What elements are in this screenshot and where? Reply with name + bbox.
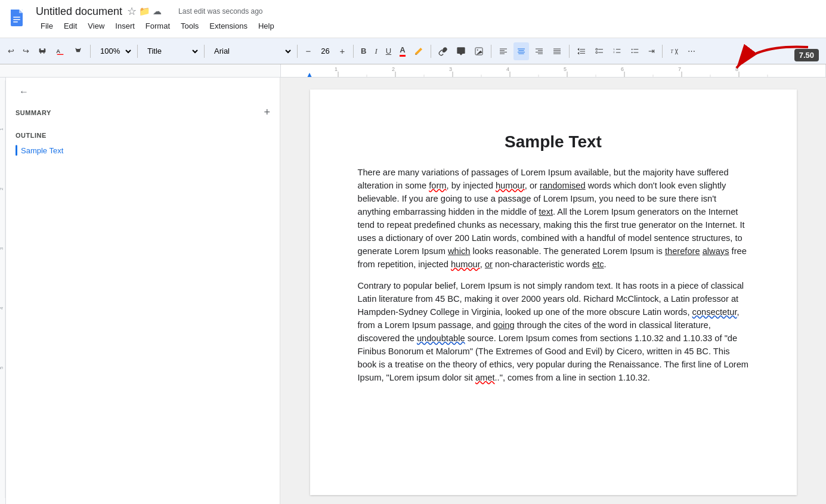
highlight-button[interactable]	[411, 42, 426, 60]
clear-format-button[interactable]: T	[667, 42, 682, 60]
star-icon[interactable]: ☆	[127, 5, 137, 18]
svg-text:5: 5	[564, 66, 567, 72]
main-layout: 1 2 3 4 5 ← SUMMARY + OUTLINE Sample Tex…	[0, 78, 826, 504]
separator-6	[431, 45, 431, 58]
menu-edit[interactable]: Edit	[59, 19, 82, 33]
undo-button[interactable]: ↩	[5, 42, 17, 60]
svg-text:4: 4	[506, 66, 509, 72]
svg-rect-31	[596, 48, 598, 50]
svg-text:T: T	[670, 48, 673, 54]
align-full-button[interactable]	[549, 42, 565, 60]
image-button[interactable]	[471, 42, 487, 60]
word-form: form	[429, 181, 446, 190]
svg-text:1: 1	[0, 128, 4, 131]
align-center-button[interactable]	[513, 42, 529, 60]
svg-marker-72	[307, 73, 312, 78]
spellcheck-button[interactable]: A	[52, 42, 68, 60]
summary-section: SUMMARY +	[16, 106, 270, 122]
indent-button[interactable]: ⇥	[645, 42, 658, 60]
checklist-button[interactable]	[592, 42, 607, 60]
toolbar: ↩ ↪ A 100% 75% 125% 150% Title Heading 1…	[0, 38, 826, 64]
svg-text:1: 1	[335, 66, 338, 72]
last-edit-status: Last edit was seconds ago	[178, 7, 262, 16]
ruler: 1 2 3 4 5 6 7 8	[0, 64, 826, 78]
separator-4	[297, 45, 298, 58]
add-summary-button[interactable]: +	[264, 106, 270, 119]
svg-text:3: 3	[449, 66, 452, 72]
menu-bar: File Edit View Insert Format Tools Exten…	[36, 19, 820, 33]
font-size-increase-button[interactable]: +	[336, 44, 349, 59]
left-ruler: 1 2 3 4 5	[0, 78, 6, 504]
outline-marker	[16, 145, 17, 156]
numbered-list-button[interactable]: 1.2.	[610, 42, 625, 60]
svg-text:1.: 1.	[613, 48, 615, 51]
word-undoubtable: undoubtable	[417, 333, 465, 343]
menu-format[interactable]: Format	[141, 19, 175, 33]
doc-title[interactable]: Untitled document	[36, 5, 122, 18]
zoom-select[interactable]: 100% 75% 125% 150%	[95, 42, 133, 60]
folder-icon[interactable]: 📁	[139, 6, 150, 17]
title-bar: Untitled document ☆ 📁 ☁ Last edit was se…	[0, 0, 826, 38]
word-therefore: therefore	[665, 246, 700, 256]
svg-rect-33	[596, 51, 598, 53]
font-size-control: − +	[302, 43, 349, 60]
more-options-button[interactable]: ⋯	[685, 42, 698, 60]
print-button[interactable]	[35, 42, 50, 60]
svg-text:5: 5	[0, 366, 4, 369]
align-left-button[interactable]	[496, 42, 511, 60]
word-which: which	[448, 246, 470, 256]
document-page[interactable]: Sample Text There are many variations of…	[310, 89, 797, 495]
redo-button[interactable]: ↪	[20, 42, 32, 60]
svg-text:2: 2	[0, 187, 4, 190]
word-amet: amet	[475, 373, 495, 382]
ruler-main: 1 2 3 4 5 6 7 8	[280, 64, 826, 78]
sidebar: ← SUMMARY + OUTLINE Sample Text	[6, 78, 280, 504]
font-size-decrease-button[interactable]: −	[302, 44, 315, 59]
link-button[interactable]	[435, 42, 451, 60]
menu-help[interactable]: Help	[253, 19, 279, 33]
paint-format-button[interactable]	[70, 42, 86, 60]
menu-insert[interactable]: Insert	[110, 19, 140, 33]
document-area[interactable]: Sample Text There are many variations of…	[280, 78, 826, 504]
menu-file[interactable]: File	[36, 19, 58, 33]
menu-tools[interactable]: Tools	[176, 19, 203, 33]
svg-point-40	[631, 52, 632, 53]
outline-link[interactable]: Sample Text	[21, 146, 63, 155]
word-or: or	[485, 259, 493, 269]
svg-text:A: A	[56, 48, 60, 54]
word-always: always	[703, 246, 729, 256]
bold-button[interactable]: B	[358, 42, 369, 60]
paragraph-1[interactable]: There are many variations of passages of…	[358, 166, 749, 271]
menu-view[interactable]: View	[83, 19, 109, 33]
separator-7	[491, 45, 491, 58]
outline-item[interactable]: Sample Text	[16, 144, 270, 157]
italic-button[interactable]: I	[372, 42, 380, 60]
text-color-button[interactable]: A	[397, 42, 408, 60]
separator-2	[137, 45, 138, 58]
align-right-button[interactable]	[531, 42, 547, 60]
ruler-left-margin	[0, 64, 280, 78]
line-spacing-button[interactable]	[574, 42, 589, 60]
cloud-icon[interactable]: ☁	[153, 6, 162, 17]
menu-extensions[interactable]: Extensions	[205, 19, 252, 33]
font-select[interactable]: Arial Times New Roman Courier New	[209, 42, 293, 60]
document-title[interactable]: Sample Text	[358, 132, 749, 151]
bullet-list-button[interactable]	[627, 42, 643, 60]
word-humour-1: humour	[496, 181, 525, 190]
doc-actions: ☆ 📁 ☁	[127, 5, 162, 18]
tooltip-750: 7.50	[794, 49, 819, 61]
svg-text:2: 2	[392, 66, 395, 72]
separator-8	[569, 45, 570, 58]
paragraph-2[interactable]: Contrary to popular belief, Lorem Ipsum …	[358, 279, 749, 384]
underline-button[interactable]: U	[383, 42, 394, 60]
svg-text:4: 4	[0, 307, 4, 310]
svg-text:8: 8	[735, 66, 738, 72]
comment-button[interactable]	[453, 42, 469, 60]
separator-5	[353, 45, 354, 58]
font-size-input[interactable]	[315, 43, 336, 60]
collapse-sidebar-button[interactable]: ←	[16, 84, 32, 100]
style-select[interactable]: Title Heading 1 Heading 2 Normal text	[142, 42, 200, 60]
svg-text:7: 7	[678, 66, 681, 72]
separator-3	[204, 45, 205, 58]
word-humour-2: humour	[451, 259, 480, 269]
